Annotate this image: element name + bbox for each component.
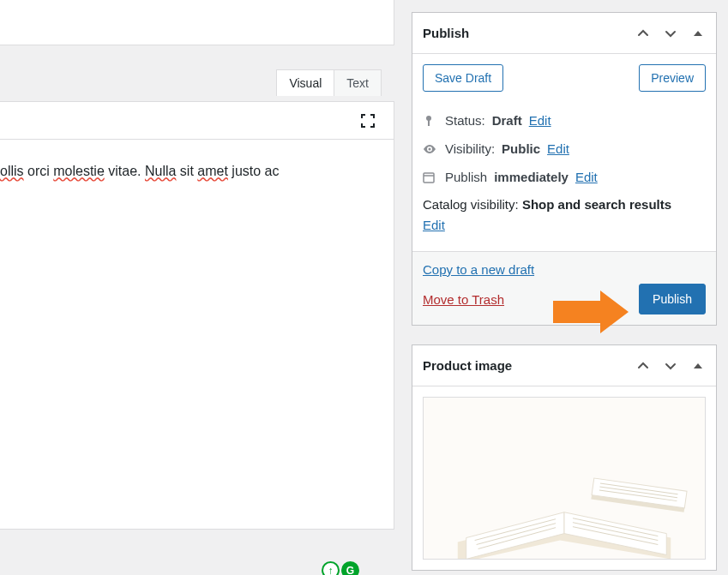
status-value: Draft xyxy=(492,113,522,128)
publish-label: Publish xyxy=(445,170,487,184)
move-down-icon[interactable] xyxy=(663,26,678,41)
edit-schedule-link[interactable]: Edit xyxy=(575,170,598,184)
edit-visibility-link[interactable]: Edit xyxy=(547,141,569,156)
publish-panel-body: Save Draft Preview Status: Draft Edit Vi… xyxy=(412,54,716,251)
product-image-title: Product image xyxy=(423,358,512,373)
pin-icon xyxy=(423,115,438,127)
fullscreen-icon[interactable] xyxy=(359,112,376,129)
publish-meta: Status: Draft Edit Visibility: Public Ed… xyxy=(423,104,706,241)
schedule-line: Publish immediately Edit xyxy=(423,163,706,191)
title-input-box[interactable] xyxy=(0,0,394,45)
catalog-line: Catalog visibility: Shop and search resu… xyxy=(423,191,706,236)
publish-panel-header: Publish xyxy=(412,13,716,54)
tab-visual[interactable]: Visual xyxy=(276,69,334,96)
publish-footer: Copy to a new draft Move to Trash Publis… xyxy=(412,251,716,325)
sidebar: Publish Save Draft Preview Status: Draft… xyxy=(412,12,717,575)
visibility-line: Visibility: Public Edit xyxy=(423,135,706,163)
publish-panel: Publish Save Draft Preview Status: Draft… xyxy=(412,12,717,326)
visibility-label: Visibility: xyxy=(445,141,495,156)
content-text: molestie xyxy=(53,164,105,178)
copy-draft-link[interactable]: Copy to a new draft xyxy=(423,262,534,277)
product-image-header: Product image xyxy=(412,345,716,386)
preview-button[interactable]: Preview xyxy=(639,64,706,92)
content-text: amet xyxy=(197,164,228,178)
editor-toolbar xyxy=(0,101,394,140)
status-label: Status: xyxy=(445,113,485,128)
grammarly-badges: ↑ G xyxy=(322,561,359,575)
move-up-icon[interactable] xyxy=(635,358,651,374)
publish-footer-row: Move to Trash Publish xyxy=(423,284,706,314)
content-text: ollis xyxy=(0,164,24,178)
move-up-icon[interactable] xyxy=(635,26,651,41)
svg-rect-1 xyxy=(428,120,430,126)
editor-wrap: Visual Text ollis orci molestie vitae. N… xyxy=(0,101,394,530)
toggle-panel-icon[interactable] xyxy=(690,26,706,41)
edit-status-link[interactable]: Edit xyxy=(529,113,551,128)
edit-catalog-link[interactable]: Edit xyxy=(423,218,445,232)
toggle-panel-icon[interactable] xyxy=(690,358,706,374)
tab-text[interactable]: Text xyxy=(334,69,382,96)
product-image-body xyxy=(412,386,716,570)
catalog-value: Shop and search results xyxy=(522,197,671,212)
visibility-value: Public xyxy=(502,141,540,156)
product-image-thumbnail[interactable] xyxy=(423,397,706,560)
panel-controls xyxy=(635,26,706,41)
publish-panel-title: Publish xyxy=(423,26,469,40)
grammarly-icon[interactable]: G xyxy=(341,561,359,575)
content-text: justo ac xyxy=(228,164,280,178)
calendar-icon xyxy=(423,171,438,183)
publish-button[interactable]: Publish xyxy=(639,284,706,314)
publish-actions-row: Save Draft Preview xyxy=(423,64,706,92)
content-text: sit xyxy=(176,164,197,178)
editor-content[interactable]: ollis orci molestie vitae. Nulla sit ame… xyxy=(0,140,394,530)
editor-area: Visual Text ollis orci molestie vitae. N… xyxy=(0,0,394,575)
catalog-label: Catalog visibility: xyxy=(423,197,522,212)
content-text: Nulla xyxy=(145,164,176,178)
product-image-panel: Product image xyxy=(412,344,717,571)
save-draft-button[interactable]: Save Draft xyxy=(423,64,503,92)
publish-value: immediately xyxy=(494,170,569,184)
suggestion-badge-icon[interactable]: ↑ xyxy=(322,561,340,575)
editor-tabs: Visual Text xyxy=(277,69,382,96)
svg-point-2 xyxy=(429,147,431,150)
move-trash-link[interactable]: Move to Trash xyxy=(423,292,504,307)
move-down-icon[interactable] xyxy=(663,358,678,374)
content-text: orci xyxy=(24,164,54,178)
eye-icon xyxy=(423,142,438,156)
svg-rect-3 xyxy=(424,173,434,183)
panel-controls xyxy=(635,358,706,374)
status-line: Status: Draft Edit xyxy=(423,106,706,135)
content-text: vitae. xyxy=(105,164,145,178)
